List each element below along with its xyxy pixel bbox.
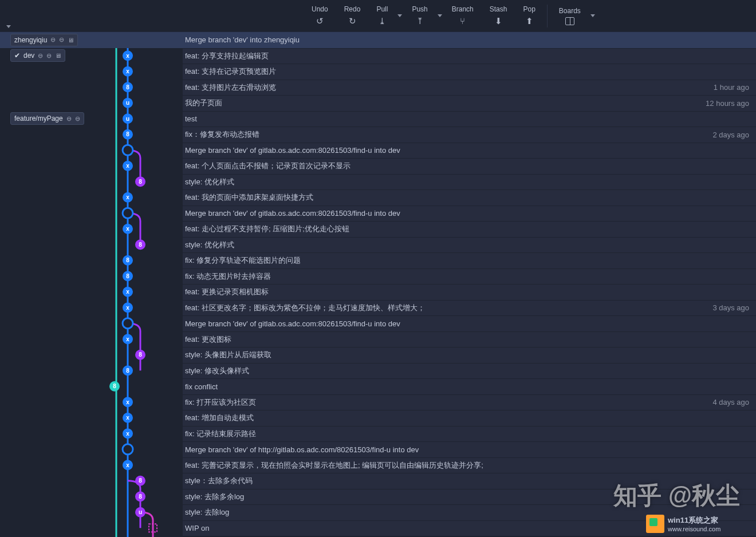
commit-graph: xx8uu8x8xx888xxx888xxxx88u zhengyiqiu⊖⊖🖥… <box>0 32 756 536</box>
commit-row[interactable]: Merge branch 'dev' of gitlab.os.adc.com:… <box>0 206 756 222</box>
menu-dropdown[interactable] <box>0 0 17 31</box>
commit-message: Merge branch 'dev' of http://gitlab.os.a… <box>180 441 756 457</box>
pull-icon <box>376 15 388 27</box>
commit-row[interactable]: feat: 支持图片左右滑动浏览1 hour ago <box>0 80 756 96</box>
commit-message: 我的子页面 <box>180 95 756 111</box>
commit-row[interactable]: 我的子页面12 hours ago <box>0 95 756 111</box>
commit-row[interactable]: fix：修复发布动态报错2 days ago <box>0 127 756 143</box>
commit-row[interactable]: feat: 我的页面中添加床架桌面快捷方式 <box>0 189 756 206</box>
commit-message: style: 优化样式 <box>180 237 756 253</box>
laptop-icon: 🖥 <box>55 52 61 59</box>
commit-time: 2 days ago <box>712 130 749 139</box>
commit-row[interactable]: zhengyiqiu⊖⊖🖥Merge branch 'dev' into zhe… <box>0 32 756 48</box>
commit-message: style: 优化样式 <box>180 174 756 190</box>
push-button[interactable]: Push <box>404 0 435 31</box>
commit-row[interactable]: feat: 完善记录页显示，现在拍照会实时显示在地图上; 编辑页可以自由编辑历史… <box>0 457 756 473</box>
branch-chip[interactable]: feature/myPage⊖⊖ <box>10 112 84 125</box>
branch-chip-label: zhengyiqiu <box>14 36 47 44</box>
commit-row[interactable]: style: 修改头像样式 <box>0 363 756 379</box>
undo-button[interactable]: Undo <box>304 0 336 31</box>
commit-time: 1 hour ago <box>714 83 749 92</box>
commit-message: fix conflict <box>180 378 756 394</box>
commit-message: feat: 个人页面点击不报错；记录页首次记录不显示 <box>180 158 756 174</box>
branch-button[interactable]: Branch <box>444 0 482 31</box>
watermark-site-url: www.reisound.com <box>668 526 720 532</box>
boards-label: Boards <box>559 7 581 15</box>
commit-row[interactable]: feat: 走心过程不支持暂停; 压缩图片;优化走心按钮 <box>0 221 756 237</box>
commit-message: feat: 支持在记录页预览图片 <box>180 64 756 80</box>
commit-message: feat: 增加自动走模式 <box>180 410 756 426</box>
commit-row[interactable]: Merge branch 'dev' of gitlab.os.adc.com:… <box>0 315 756 331</box>
commit-message: feat: 走心过程不支持暂停; 压缩图片;优化走心按钮 <box>180 221 756 237</box>
pull-label: Pull <box>376 5 388 13</box>
commit-row[interactable]: fix: 修复分享轨迹不能选图片的问题 <box>0 252 756 268</box>
commit-message: feat: 社区更改名字；图标改为紫色不拉伸；走马灯速度加快、样式增大； <box>180 300 756 316</box>
stash-icon <box>493 15 504 27</box>
commit-row[interactable]: feat: 更换记录页相机图标 <box>0 284 756 300</box>
commit-message: feat: 分享支持拉起编辑页 <box>180 48 756 64</box>
commit-message: Merge branch 'dev' of gitlab.os.adc.com:… <box>180 315 756 331</box>
redo-label: Redo <box>344 5 361 13</box>
commit-message: feat: 支持图片左右滑动浏览 <box>180 80 756 96</box>
commit-message: fix: 修复分享轨迹不能选图片的问题 <box>180 252 756 268</box>
commit-row[interactable]: fix conflict <box>0 378 756 394</box>
undo-label: Undo <box>312 5 328 13</box>
commit-message: Merge branch 'dev' of gitlab.os.adc.com:… <box>180 143 756 159</box>
remote-icon: ⊖ <box>75 115 80 123</box>
remote-icon: ⊖ <box>59 36 64 44</box>
remote-icon: ⊖ <box>66 115 72 123</box>
redo-button[interactable]: Redo <box>336 0 369 31</box>
toolbar: Undo Redo Pull Push Branch Stash Pop Boa… <box>0 0 756 32</box>
commit-message: style: 修改头像样式 <box>180 363 756 379</box>
commit-row[interactable]: feature/myPage⊖⊖test <box>0 111 756 127</box>
remote-icon: ⊖ <box>46 52 52 60</box>
pull-dropdown[interactable] <box>396 0 404 31</box>
branch-chip[interactable]: ✔dev⊖⊖🖥 <box>10 49 65 62</box>
commit-row[interactable]: feat: 增加自动走模式 <box>0 410 756 426</box>
commit-message: fix: 打开应该为社区页 <box>180 394 756 410</box>
pull-button[interactable]: Pull <box>368 0 396 31</box>
branch-label: Branch <box>452 5 474 13</box>
commit-row[interactable]: Merge branch 'dev' of gitlab.os.adc.com:… <box>0 143 756 159</box>
commit-row[interactable]: ✔dev⊖⊖🖥feat: 分享支持拉起编辑页 <box>0 48 756 64</box>
watermark-site: win11系统之家www.reisound.com <box>646 511 749 537</box>
commit-message: test <box>180 111 756 127</box>
commit-message: fix: 记录结束展示路径 <box>180 426 756 442</box>
commit-row[interactable]: fix: 记录结束展示路径 <box>0 426 756 442</box>
stash-button[interactable]: Stash <box>482 0 515 31</box>
push-dropdown[interactable] <box>436 0 444 31</box>
commit-row[interactable]: fix: 打开应该为社区页4 days ago <box>0 394 756 410</box>
commit-row[interactable]: feat: 支持在记录页预览图片 <box>0 64 756 80</box>
commit-row[interactable]: Merge branch 'dev' of http://gitlab.os.a… <box>0 441 756 457</box>
stash-label: Stash <box>490 5 507 13</box>
commit-row[interactable]: fix: 动态无图片时去掉容器 <box>0 268 756 285</box>
pop-icon <box>523 15 535 27</box>
checkmark-icon: ✔ <box>14 52 20 60</box>
commit-message: feat: 我的页面中添加床架桌面快捷方式 <box>180 189 756 206</box>
commit-row[interactable]: feat: 更改图标 <box>0 331 756 348</box>
commit-row[interactable]: style: 头像图片从后端获取 <box>0 347 756 363</box>
commit-row[interactable]: feat: 个人页面点击不报错；记录页首次记录不显示 <box>0 158 756 174</box>
branch-icon <box>457 15 468 27</box>
commit-message: Merge branch 'dev' into zhengyiqiu <box>180 32 756 48</box>
boards-button[interactable]: Boards <box>551 0 589 31</box>
commit-message: fix：修复发布动态报错 <box>180 127 756 143</box>
push-icon <box>414 15 426 27</box>
branch-chip-label: feature/myPage <box>14 114 63 123</box>
commit-row[interactable]: style: 优化样式 <box>0 237 756 253</box>
commit-row[interactable]: WIP on <box>0 520 756 536</box>
commit-row[interactable]: style: 优化样式 <box>0 174 756 190</box>
commit-time: 12 hours ago <box>706 98 749 107</box>
watermark-zhihu: 知乎 @秋尘 <box>613 480 740 512</box>
push-label: Push <box>412 5 427 13</box>
remote-icon: ⊖ <box>38 52 43 60</box>
watermark-logo-icon <box>646 515 664 533</box>
remote-icon: ⊖ <box>50 36 56 44</box>
pop-button[interactable]: Pop <box>515 0 543 31</box>
commit-time: 3 days ago <box>712 303 749 312</box>
commit-row[interactable]: feat: 社区更改名字；图标改为紫色不拉伸；走马灯速度加快、样式增大；3 da… <box>0 300 756 316</box>
commit-message: style: 头像图片从后端获取 <box>180 347 756 363</box>
boards-dropdown[interactable] <box>589 0 597 31</box>
branch-chip[interactable]: zhengyiqiu⊖⊖🖥 <box>10 34 78 46</box>
commit-message: Merge branch 'dev' of gitlab.os.adc.com:… <box>180 206 756 222</box>
